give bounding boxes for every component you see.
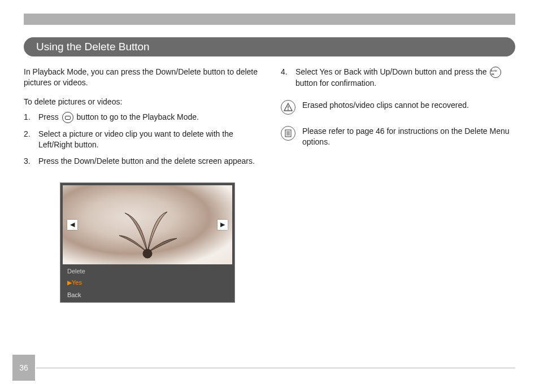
section-title: Using the Delete Button — [24, 37, 515, 56]
two-column-layout: In Playback Mode, you can press the Down… — [24, 67, 515, 303]
photo-preview: ◀ ▶ — [63, 185, 232, 264]
instruction-list-right: 4. Select Yes or Back with Up/Down butto… — [281, 67, 515, 89]
step-text: Select a picture or video clip you want … — [38, 129, 258, 150]
svg-rect-3 — [285, 130, 291, 137]
intro2-text: To delete pictures or videos: — [24, 97, 258, 106]
right-column: 4. Select Yes or Back with Up/Down butto… — [281, 67, 515, 303]
func-ok-icon: func ok — [490, 67, 501, 78]
step-number: 2. — [24, 129, 33, 140]
intro-text: In Playback Mode, you can press the Down… — [24, 67, 258, 88]
next-photo-button[interactable]: ▶ — [218, 220, 228, 230]
step-number: 1. — [24, 112, 33, 123]
delete-menu-header: Delete — [63, 266, 232, 276]
step-number: 3. — [24, 156, 33, 167]
delete-back-option[interactable]: Back — [63, 290, 232, 300]
step-4: 4. Select Yes or Back with Up/Down butto… — [281, 67, 515, 89]
reference-note: Please refer to page 46 for instructions… — [281, 126, 515, 147]
reference-text: Please refer to page 46 for instructions… — [302, 126, 515, 147]
step1-post: button to go to the Playback Mode. — [77, 112, 199, 121]
top-bar-decoration — [24, 14, 515, 25]
step-text: Select Yes or Back with Up/Down button a… — [295, 67, 515, 89]
step4-post: button for conﬁrmation. — [295, 79, 376, 88]
svg-point-2 — [288, 109, 289, 110]
step-2: 2. Select a picture or video clip you wa… — [24, 129, 258, 150]
instruction-list: 1. Press button to go to the Playback Mo… — [24, 112, 258, 167]
warning-icon — [281, 100, 295, 115]
prev-photo-button[interactable]: ◀ — [67, 220, 77, 230]
step4-pre: Select Yes or Back with Up/Down button a… — [295, 67, 487, 76]
step-text: Press button to go to the Playback Mode. — [38, 112, 258, 123]
page-number: 36 — [12, 355, 35, 381]
delete-yes-option[interactable]: ▶Yes — [63, 278, 232, 288]
notebook-icon — [281, 126, 295, 141]
step-1: 1. Press button to go to the Playback Mo… — [24, 112, 258, 123]
step-text: Press the Down/Delete button and the del… — [38, 156, 258, 167]
flower-illustration — [102, 202, 193, 264]
camera-screenshot: ◀ ▶ Delete ▶Yes Back — [60, 182, 235, 303]
step-number: 4. — [281, 67, 290, 77]
warning-note: Erased photos/video clips cannot be reco… — [281, 100, 515, 115]
warning-text: Erased photos/video clips cannot be reco… — [302, 100, 515, 111]
playback-icon — [62, 112, 73, 123]
footer-rule — [36, 368, 515, 368]
svg-point-0 — [143, 249, 152, 258]
step-3: 3. Press the Down/Delete button and the … — [24, 156, 258, 167]
left-column: In Playback Mode, you can press the Down… — [24, 67, 258, 303]
step1-pre: Press — [38, 112, 59, 121]
